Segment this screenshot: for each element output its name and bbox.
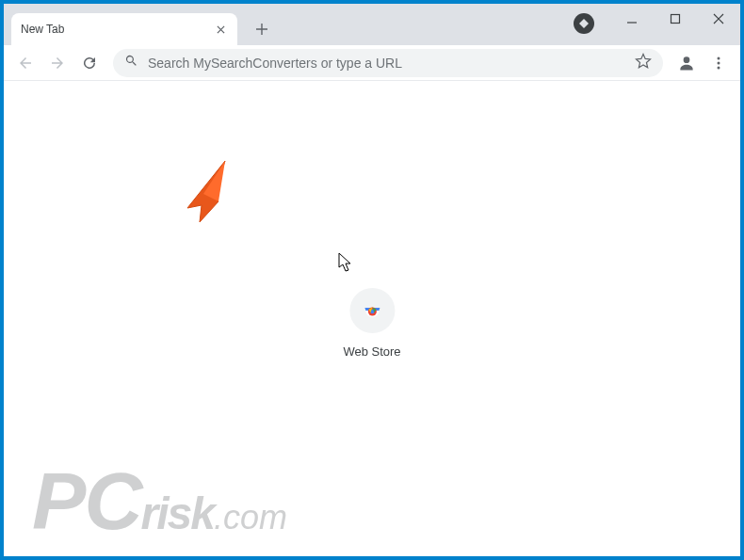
svg-point-1 (684, 56, 690, 63)
chrome-webstore-icon (349, 288, 395, 333)
watermark-p: P (32, 469, 84, 534)
new-tab-button[interactable] (249, 16, 275, 42)
svg-point-4 (718, 66, 720, 69)
window-close-icon (713, 13, 724, 24)
page-content: Web Store P C risk .com (4, 81, 740, 556)
window-close-button[interactable] (697, 4, 740, 34)
tab-title: New Tab (21, 23, 213, 36)
watermark: P C risk .com (32, 469, 287, 539)
minimize-icon (626, 13, 638, 24)
menu-button[interactable] (704, 49, 733, 77)
titlebar: New Tab (4, 4, 740, 45)
back-button[interactable] (11, 49, 40, 77)
reload-icon (81, 55, 98, 72)
profile-button[interactable] (672, 49, 701, 77)
shortcut-label: Web Store (343, 344, 400, 359)
kebab-menu-icon (711, 56, 726, 71)
svg-rect-0 (671, 15, 680, 24)
maximize-icon (670, 13, 681, 24)
search-icon (124, 54, 138, 72)
annotation-arrow-icon (183, 156, 239, 222)
window-controls (610, 4, 740, 34)
tab-new-tab[interactable]: New Tab (11, 13, 237, 45)
forward-button[interactable] (43, 49, 72, 77)
toolbar (4, 45, 740, 81)
mouse-cursor-icon (338, 252, 353, 273)
watermark-risk: risk (140, 488, 213, 539)
bookmark-star-icon (635, 53, 652, 70)
watermark-c: C (84, 469, 140, 534)
browser-window: New Tab (4, 4, 740, 556)
maximize-button[interactable] (654, 4, 697, 34)
minimize-button[interactable] (610, 4, 654, 34)
omnibox[interactable] (113, 49, 663, 77)
forward-arrow-icon (49, 55, 66, 72)
bookmark-button[interactable] (635, 53, 652, 73)
reload-button[interactable] (75, 49, 104, 77)
svg-point-2 (718, 56, 720, 59)
svg-point-3 (718, 61, 720, 64)
shortcut-web-store[interactable]: Web Store (343, 288, 400, 359)
back-arrow-icon (17, 55, 34, 72)
profile-icon (677, 54, 696, 72)
extension-badge-icon[interactable] (574, 13, 594, 34)
omnibox-input[interactable] (148, 56, 625, 71)
close-icon[interactable] (213, 22, 228, 37)
watermark-dom: .com (214, 498, 287, 537)
